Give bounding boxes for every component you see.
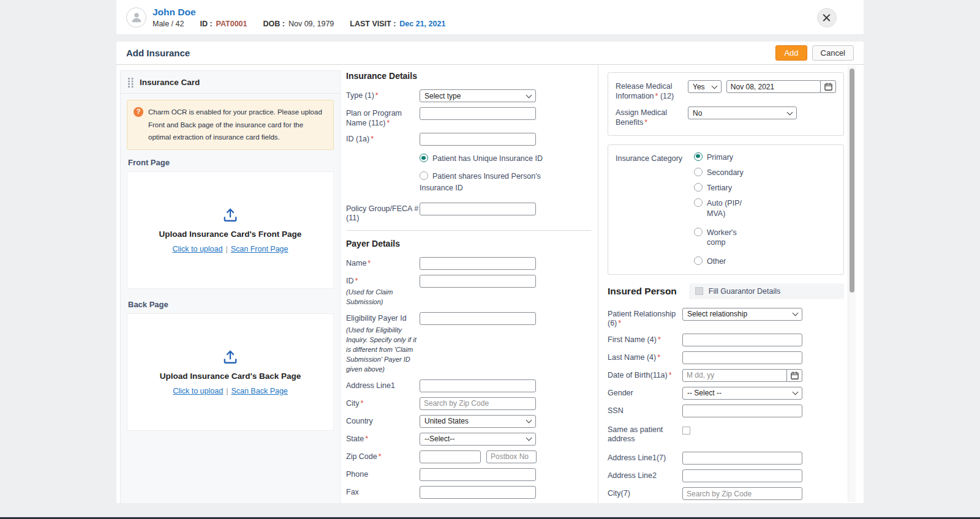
payer-name-input[interactable]: [420, 257, 536, 270]
front-click-to-upload-link[interactable]: Click to upload: [172, 245, 222, 253]
patient-relationship-select[interactable]: Select relationship: [682, 308, 802, 321]
radio-unselected-icon[interactable]: [694, 256, 703, 265]
payer-state-label: State*: [346, 433, 420, 444]
insured-address1-label: Address Line1(7): [608, 452, 682, 463]
last-name-input[interactable]: [682, 351, 802, 364]
add-insurance-modal: John Doe Male / 42 ID : PAT0001 DOB : No…: [116, 0, 864, 503]
insurance-details-title: Insurance Details: [346, 71, 591, 81]
radio-selected-icon[interactable]: [694, 152, 703, 161]
back-page-dropzone[interactable]: Upload Insurance Card's Back Page Click …: [127, 313, 334, 431]
release-medical-info-select[interactable]: Yes: [688, 80, 722, 93]
plan-name-label: Plan or Program Name (11c)*: [346, 107, 420, 128]
insurance-details-column: Insurance Details Type (1)* Select type …: [346, 71, 591, 503]
patient-dob-label: DOB :: [263, 20, 285, 28]
fill-guarantor-checkbox[interactable]: [695, 287, 703, 295]
payer-phone-input[interactable]: [420, 468, 536, 481]
payer-fax-input[interactable]: [420, 486, 536, 499]
insurance-card-title: Insurance Card: [140, 78, 200, 87]
insurance-id-label: ID (1a)*: [346, 133, 420, 144]
radio-unselected-icon[interactable]: [694, 168, 703, 176]
release-date-input[interactable]: [726, 80, 821, 93]
category-secondary-radio[interactable]: Secondary: [694, 168, 774, 177]
radio-unselected-icon[interactable]: [694, 228, 703, 236]
insured-column: Release Medical Information* (12) Yes: [608, 72, 844, 503]
payer-id-input[interactable]: [420, 275, 536, 288]
payer-zip-input[interactable]: [420, 450, 481, 463]
release-medical-info-label: Release Medical Information* (12): [616, 80, 688, 101]
section-divider: [346, 230, 591, 231]
info-icon: ?: [134, 107, 143, 117]
insured-dob-label: Date of Birth(11a)*: [608, 369, 682, 381]
insured-address2-label: Address Line2: [608, 469, 682, 481]
insurance-id-input[interactable]: [420, 133, 536, 146]
payer-fax-label: Fax: [346, 486, 420, 498]
eligibility-payer-id-input[interactable]: [420, 312, 536, 325]
close-icon[interactable]: [817, 8, 837, 28]
last-name-label: Last Name (4)*: [608, 351, 682, 363]
fill-guarantor-label: Fill Guarantor Details: [709, 287, 780, 296]
payer-address1-input[interactable]: [420, 379, 536, 392]
policy-group-input[interactable]: [420, 203, 536, 215]
calendar-icon[interactable]: [820, 80, 836, 93]
ssn-input[interactable]: [682, 405, 802, 417]
front-page-label: Front Page: [128, 158, 333, 167]
category-auto-radio[interactable]: Auto (PIP/ MVA): [694, 198, 774, 218]
plan-name-input[interactable]: [420, 107, 536, 120]
insured-city-input[interactable]: [682, 487, 802, 500]
insured-address1-input[interactable]: [682, 452, 802, 465]
category-other-radio[interactable]: Other: [694, 256, 774, 266]
payer-city-input[interactable]: [420, 397, 536, 410]
radio-unselected-icon[interactable]: [694, 198, 703, 207]
payer-country-select[interactable]: United States: [420, 415, 536, 428]
fill-guarantor-row: Fill Guarantor Details: [689, 283, 844, 299]
patient-avatar: [126, 7, 146, 28]
release-benefits-box: Release Medical Information* (12) Yes: [608, 72, 844, 136]
category-tertiary-radio[interactable]: Tertiary: [694, 183, 758, 193]
payer-id-label: ID*(Used for Claim Submission): [346, 275, 420, 308]
radio-unique-insurance-id[interactable]: Patient has Unique Insurance ID: [420, 153, 551, 165]
vertical-scrollbar[interactable]: [848, 66, 856, 502]
payer-name-label: Name*: [346, 257, 420, 269]
patient-relationship-label: Patient Relationship (6)*: [608, 308, 682, 329]
first-name-input[interactable]: [682, 334, 802, 346]
calendar-icon[interactable]: [786, 369, 802, 382]
payer-state-select[interactable]: --Select--: [420, 433, 536, 446]
payer-postbox-input[interactable]: [486, 450, 537, 463]
scan-front-page-link[interactable]: Scan Front Page: [231, 245, 288, 253]
insurance-category-label: Insurance Category: [616, 152, 694, 164]
payer-address1-label: Address Line1: [346, 379, 420, 391]
radio-selected-icon[interactable]: [420, 154, 428, 162]
radio-shared-insurance-id[interactable]: Patient shares Insured Person's Insuranc…: [420, 171, 551, 194]
payer-city-label: City*: [346, 397, 420, 409]
patient-id-label: ID :: [200, 20, 212, 28]
gender-label: Gender: [608, 387, 682, 398]
upload-icon: [222, 349, 238, 364]
last-visit-value[interactable]: Dec 21, 2021: [399, 20, 445, 28]
scrollbar-thumb[interactable]: [850, 69, 854, 293]
radio-unselected-icon[interactable]: [420, 171, 428, 180]
category-primary-radio[interactable]: Primary: [694, 152, 758, 162]
chevron-down-icon: [793, 389, 799, 395]
payer-zip-label: Zip Code*: [346, 450, 420, 462]
insured-dob-input[interactable]: [682, 369, 787, 382]
same-address-checkbox[interactable]: [682, 427, 690, 435]
radio-unselected-icon[interactable]: [694, 183, 703, 192]
category-workers-comp-radio[interactable]: Worker's comp: [694, 228, 758, 248]
type-select[interactable]: Select type: [420, 89, 536, 102]
insurance-card-panel: Insurance Card ? Charm OCR is enabled fo…: [120, 70, 341, 503]
add-button[interactable]: Add: [775, 45, 807, 61]
assign-benefits-select[interactable]: No: [688, 106, 797, 119]
cancel-button[interactable]: Cancel: [812, 45, 854, 61]
insured-address2-input[interactable]: [682, 469, 802, 482]
upload-icon: [222, 207, 238, 222]
payer-phone-label: Phone: [346, 468, 420, 480]
payer-details-title: Payer Details: [346, 239, 591, 248]
front-page-dropzone[interactable]: Upload Insurance Card's Front Page Click…: [127, 171, 334, 289]
first-name-label: First Name (4)*: [608, 334, 682, 345]
back-click-to-upload-link[interactable]: Click to upload: [173, 387, 223, 395]
drag-handle-icon[interactable]: [128, 77, 134, 87]
gender-select[interactable]: -- Select --: [682, 387, 802, 400]
payer-country-label: Country: [346, 415, 420, 427]
patient-name[interactable]: John Doe: [153, 7, 445, 18]
scan-back-page-link[interactable]: Scan Back Page: [231, 387, 287, 395]
